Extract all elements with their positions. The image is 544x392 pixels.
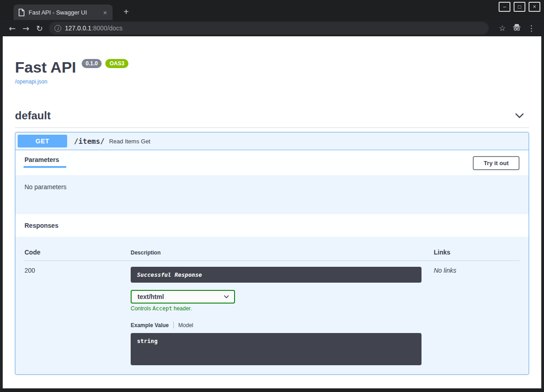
minimize-button[interactable]: –	[499, 2, 510, 12]
incognito-icon	[510, 23, 524, 34]
url-bar[interactable]: i 127.0.0.1:8000/docs	[49, 22, 489, 34]
window-bottom-frame	[0, 388, 544, 392]
oas3-badge: OAS3	[105, 59, 128, 68]
responses-header: Responses	[15, 214, 529, 237]
column-description: Description	[131, 249, 421, 256]
browser-tab[interactable]: Fast API - Swagger UI ×	[14, 5, 113, 20]
page-content: Fast API 0.1.0 OAS3 /openapi.json defaul…	[3, 36, 541, 388]
window-controls: – □ ×	[499, 2, 540, 12]
tab-close-icon[interactable]: ×	[102, 9, 108, 16]
media-type-value: text/html	[137, 293, 164, 300]
tab-strip: Fast API - Swagger UI × + – □ ×	[0, 0, 544, 20]
parameters-label: Parameters	[25, 156, 59, 163]
back-icon[interactable]: ←	[5, 24, 19, 33]
url-path: :8000/docs	[91, 24, 123, 32]
browser-toolbar: ← → ↻ i 127.0.0.1:8000/docs ☆ ⋮	[0, 20, 544, 36]
responses-title: Responses	[25, 222, 59, 229]
model-example-tabs: Example Value Model	[131, 322, 421, 328]
tab-title: Fast API - Swagger UI	[29, 9, 98, 16]
maximize-button[interactable]: □	[514, 2, 525, 12]
tag-section-header[interactable]: default	[15, 109, 529, 128]
responses-table-head: Code Description Links	[25, 249, 519, 261]
try-it-out-button[interactable]: Try it out	[473, 156, 519, 170]
operation-path: /items/	[74, 137, 104, 146]
parameters-header: Parameters Try it out	[15, 150, 529, 175]
operation-block: GET /items/ Read Items Get Parameters Tr…	[15, 132, 529, 375]
tab-parameters[interactable]: Parameters	[25, 156, 59, 168]
document-favicon-icon	[18, 9, 25, 16]
no-parameters-text: No parameters	[25, 183, 67, 191]
response-links: No links	[434, 267, 519, 365]
hint-accept-code: Accept	[152, 305, 172, 312]
browser-window: Fast API - Swagger UI × + – □ × ← → ↻ i …	[0, 0, 544, 392]
example-value-block: string	[131, 333, 421, 365]
hint-prefix: Controls	[131, 305, 152, 312]
response-code: 200	[25, 267, 131, 365]
close-button[interactable]: ×	[529, 2, 540, 12]
column-links: Links	[434, 249, 519, 256]
operation-summary[interactable]: GET /items/ Read Items Get	[15, 132, 529, 150]
hint-suffix: header.	[172, 305, 191, 312]
bookmark-star-icon[interactable]: ☆	[495, 24, 510, 33]
version-badge: 0.1.0	[82, 59, 102, 68]
parameters-body: No parameters	[15, 175, 529, 214]
tab-example-value[interactable]: Example Value	[131, 322, 169, 328]
new-tab-button[interactable]: +	[120, 5, 132, 18]
api-title: Fast API	[15, 58, 76, 76]
operation-summary-text: Read Items Get	[109, 138, 150, 145]
openapi-spec-link[interactable]: /openapi.json	[15, 78, 47, 85]
reload-icon[interactable]: ↻	[33, 24, 46, 33]
response-row: 200 Successful Response text/html	[25, 267, 519, 365]
chevron-down-icon[interactable]	[515, 111, 524, 121]
tab-model[interactable]: Model	[178, 322, 193, 328]
parameters-active-tab-indicator	[24, 166, 66, 168]
site-info-icon[interactable]: i	[54, 25, 61, 32]
responses-table: Code Description Links 200 Successful Re…	[15, 237, 529, 374]
forward-icon[interactable]: →	[19, 24, 33, 33]
http-method-badge[interactable]: GET	[18, 135, 67, 147]
response-description-text: Successful Response	[137, 271, 202, 278]
tab-separator	[173, 322, 174, 328]
tag-name: default	[15, 109, 51, 122]
browser-menu-icon[interactable]: ⋮	[524, 24, 539, 33]
column-code: Code	[25, 249, 131, 256]
media-type-hint: Controls Accept header.	[131, 305, 421, 312]
example-value-text: string	[137, 338, 157, 344]
select-chevron-down-icon	[223, 294, 230, 300]
url-host: 127.0.0.1	[65, 24, 91, 32]
media-type-select[interactable]: text/html	[131, 290, 235, 304]
response-description-block: Successful Response	[131, 267, 421, 283]
